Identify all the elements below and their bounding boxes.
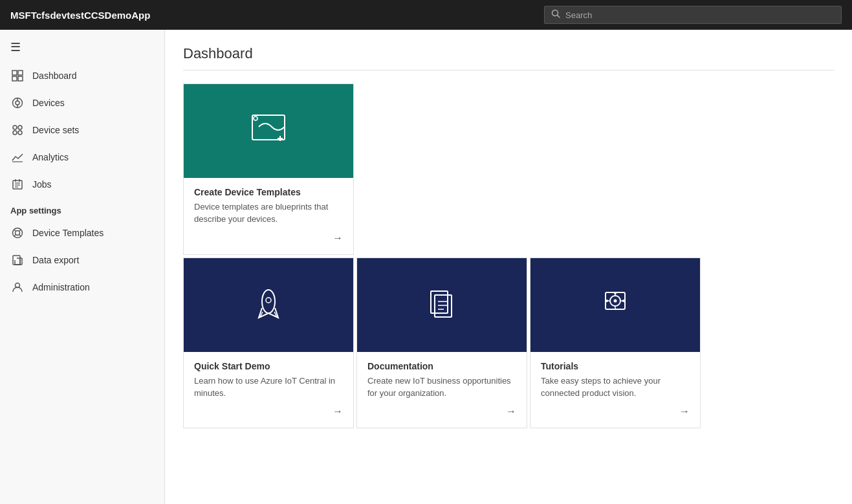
sidebar-label-devices: Devices <box>32 98 65 108</box>
topbar: MSFTcfsdevtestCCSDemoApp <box>0 0 852 30</box>
svg-rect-27 <box>13 256 20 265</box>
search-bar[interactable] <box>544 6 842 24</box>
sidebar-item-data-export[interactable]: Data export <box>0 247 164 274</box>
search-input[interactable] <box>565 10 835 20</box>
analytics-icon <box>10 150 25 164</box>
card-create-device-templates[interactable]: Create Device Templates Device templates… <box>183 83 354 255</box>
card-arrow-tutorials[interactable]: → <box>541 406 690 417</box>
svg-line-24 <box>19 230 21 232</box>
cards-bottom-row: Quick Start Demo Learn how to use Azure … <box>183 257 834 429</box>
svg-point-12 <box>13 131 17 135</box>
card-documentation[interactable]: Documentation Create new IoT business op… <box>356 257 527 429</box>
page-title: Dashboard <box>183 45 834 71</box>
app-title: MSFTcfsdevtestCCSDemoApp <box>10 10 150 21</box>
device-templates-icon <box>10 226 25 240</box>
card-body-tutorials: Tutorials Take easy steps to achieve you… <box>530 352 700 428</box>
svg-rect-3 <box>18 71 23 75</box>
svg-point-50 <box>606 300 608 302</box>
card-desc-quick-start: Learn how to use Azure IoT Central in mi… <box>194 375 343 400</box>
card-title-quick-start: Quick Start Demo <box>194 361 343 371</box>
sidebar-label-administration: Administration <box>32 282 90 292</box>
app-settings-section-label: App settings <box>0 198 164 219</box>
sidebar-label-device-templates: Device Templates <box>32 228 104 238</box>
data-export-icon <box>10 253 25 267</box>
svg-line-23 <box>14 230 16 232</box>
layout: ☰ Dashboard <box>0 30 852 504</box>
sidebar-item-analytics[interactable]: Analytics <box>0 144 164 171</box>
svg-point-52 <box>614 292 617 294</box>
card-desc-documentation: Create new IoT business opportunities fo… <box>367 375 516 400</box>
cards-top-row: Create Device Templates Device templates… <box>183 83 834 255</box>
sidebar: ☰ Dashboard <box>0 30 165 504</box>
sidebar-label-dashboard: Dashboard <box>32 71 77 81</box>
sidebar-item-device-sets[interactable]: Device sets <box>0 116 164 144</box>
svg-point-7 <box>16 101 19 105</box>
card-arrow-create-device-templates[interactable]: → <box>194 232 343 244</box>
card-title-tutorials: Tutorials <box>541 361 690 371</box>
svg-point-10 <box>13 126 17 129</box>
card-body-quick-start: Quick Start Demo Learn how to use Azure … <box>184 352 353 428</box>
card-body-documentation: Documentation Create new IoT business op… <box>357 352 527 428</box>
card-arrow-documentation[interactable]: → <box>367 406 516 417</box>
svg-point-22 <box>16 231 20 236</box>
search-icon <box>551 9 560 21</box>
card-quick-start[interactable]: Quick Start Demo Learn how to use Azure … <box>183 257 354 429</box>
sidebar-item-device-templates[interactable]: Device Templates <box>0 219 164 247</box>
svg-point-11 <box>18 126 22 129</box>
card-image-quick-start <box>184 258 353 352</box>
svg-line-1 <box>558 16 560 18</box>
sidebar-label-jobs: Jobs <box>32 179 52 190</box>
sidebar-label-data-export: Data export <box>32 255 79 265</box>
card-title-create-device-templates: Create Device Templates <box>194 187 343 197</box>
svg-line-26 <box>19 235 21 237</box>
sidebar-item-dashboard[interactable]: Dashboard <box>0 62 164 89</box>
card-image-tutorials <box>530 258 700 352</box>
administration-icon <box>10 280 25 294</box>
devices-icon <box>10 96 25 110</box>
card-desc-create-device-templates: Device templates are blueprints that des… <box>194 201 343 226</box>
svg-rect-2 <box>12 71 17 75</box>
svg-point-45 <box>614 300 617 303</box>
svg-point-33 <box>254 116 257 120</box>
card-image-documentation <box>357 258 527 352</box>
card-tutorials[interactable]: Tutorials Take easy steps to achieve you… <box>530 257 701 429</box>
card-title-documentation: Documentation <box>367 361 516 371</box>
card-arrow-quick-start[interactable]: → <box>194 406 343 417</box>
svg-point-37 <box>266 298 271 303</box>
sidebar-item-jobs[interactable]: Jobs <box>0 171 164 198</box>
sidebar-label-device-sets: Device sets <box>32 125 79 135</box>
card-body-create-device-templates: Create Device Templates Device templates… <box>184 178 353 254</box>
svg-line-25 <box>14 235 16 237</box>
device-sets-icon <box>10 123 25 137</box>
svg-point-36 <box>262 290 275 313</box>
card-image-teal <box>184 84 353 178</box>
svg-point-21 <box>13 228 23 238</box>
hamburger-button[interactable]: ☰ <box>0 32 164 62</box>
sidebar-item-devices[interactable]: Devices <box>0 89 164 116</box>
sidebar-label-analytics: Analytics <box>32 152 69 162</box>
dashboard-icon <box>10 69 25 83</box>
svg-point-51 <box>622 300 625 302</box>
jobs-icon <box>10 177 25 192</box>
sidebar-item-administration[interactable]: Administration <box>0 274 164 301</box>
card-desc-tutorials: Take easy steps to achieve your connecte… <box>541 375 690 400</box>
main-content: Dashboard Create Device Templates <box>165 30 852 504</box>
svg-point-13 <box>18 131 22 135</box>
svg-rect-4 <box>12 76 17 81</box>
svg-rect-5 <box>18 76 23 81</box>
